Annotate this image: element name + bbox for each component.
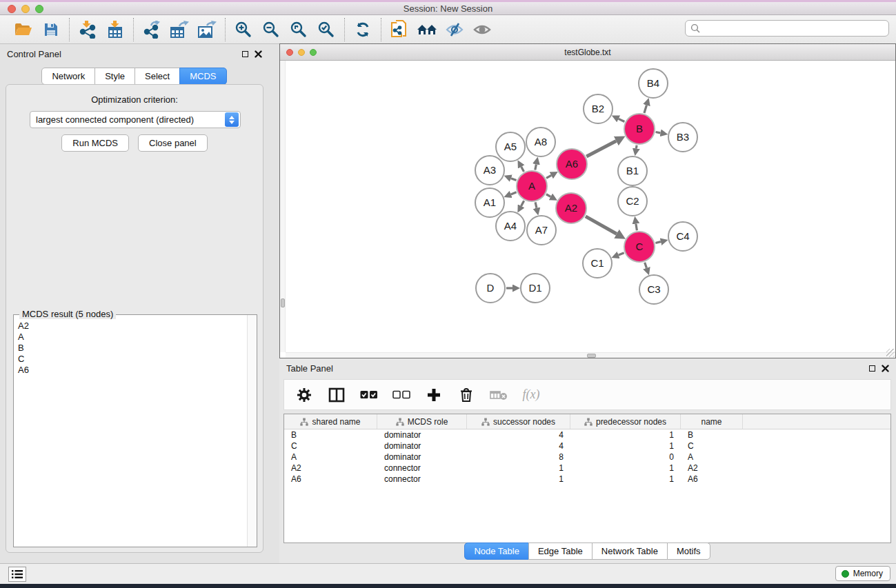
graph-node-A6[interactable]: A6 <box>557 149 587 179</box>
table-row[interactable]: Bdominator41B <box>284 429 890 440</box>
table-cell[interactable]: A2 <box>284 463 377 473</box>
zoom-window-button[interactable] <box>35 5 43 13</box>
graph-node-C2[interactable]: C2 <box>618 187 647 216</box>
show-hidden-button[interactable] <box>471 19 493 41</box>
export-network-button[interactable] <box>141 19 163 41</box>
table-cell[interactable]: connector <box>377 474 467 484</box>
table-row[interactable]: A6connector11A6 <box>284 474 890 485</box>
table-cell[interactable]: A6 <box>681 474 743 484</box>
tab-edge-table[interactable]: Edge Table <box>528 543 593 560</box>
table-cell[interactable]: 1 <box>570 441 681 451</box>
table-cell[interactable]: 0 <box>570 452 681 462</box>
table-cell[interactable]: 8 <box>467 452 570 462</box>
graph-edge-A-A7[interactable] <box>535 202 537 207</box>
table-settings-button[interactable] <box>295 386 313 404</box>
graph-node-B1[interactable]: B1 <box>618 156 647 185</box>
graph-node-A5[interactable]: A5 <box>496 132 525 161</box>
graph-node-A2[interactable]: A2 <box>556 193 586 223</box>
graph-edge-A-A4[interactable] <box>521 201 524 206</box>
graph-node-A1[interactable]: A1 <box>475 188 504 217</box>
memory-button[interactable]: Memory <box>835 566 890 581</box>
tab-select[interactable]: Select <box>135 68 180 85</box>
table-cell[interactable]: 1 <box>570 474 681 484</box>
resize-grip[interactable] <box>886 349 895 357</box>
run-mcds-button[interactable]: Run MCDS <box>61 134 129 152</box>
network-minimize-button[interactable] <box>298 49 305 56</box>
mcds-result-item[interactable]: A2 <box>18 321 243 332</box>
close-panel-button[interactable]: Close panel <box>138 134 208 152</box>
column-header-predecessor-nodes[interactable]: predecessor nodes <box>570 414 681 429</box>
graph-edge-B-B2[interactable] <box>619 119 625 121</box>
export-image-button[interactable] <box>196 19 218 41</box>
mcds-result-item[interactable]: A6 <box>18 365 243 376</box>
column-header-name[interactable]: name <box>681 414 743 429</box>
zoom-selected-button[interactable] <box>315 19 337 41</box>
graph-node-C4[interactable]: C4 <box>668 222 697 251</box>
graph-edge-C-C1[interactable] <box>619 253 624 255</box>
graph-node-B2[interactable]: B2 <box>584 94 613 123</box>
search-field[interactable] <box>685 20 889 37</box>
graph-node-A7[interactable]: A7 <box>527 216 556 245</box>
minimize-window-button[interactable] <box>21 5 30 13</box>
network-zoom-button[interactable] <box>310 49 317 56</box>
graph-edge-A-A5[interactable] <box>521 167 524 172</box>
open-session-button[interactable] <box>12 19 34 41</box>
tab-mcds[interactable]: MCDS <box>179 68 226 85</box>
graph-node-A4[interactable]: A4 <box>496 212 525 241</box>
graph-edge-A2-C[interactable] <box>586 216 617 234</box>
graph-edge-A-A6[interactable] <box>546 175 551 178</box>
save-session-button[interactable] <box>40 19 62 41</box>
mcds-result-item[interactable]: B <box>18 343 243 354</box>
graph-edge-C-C2[interactable] <box>636 224 637 231</box>
table-cell[interactable]: 4 <box>467 430 570 440</box>
function-builder-button[interactable]: f(x) <box>522 386 540 404</box>
table-cell[interactable]: dominator <box>377 452 467 462</box>
table-cell[interactable]: 1 <box>467 474 570 484</box>
graph-node-B3[interactable]: B3 <box>668 123 697 152</box>
graph-node-C[interactable]: C <box>624 232 655 262</box>
graph-node-D[interactable]: D <box>476 274 505 303</box>
table-cell[interactable]: connector <box>377 463 467 473</box>
graph-node-A8[interactable]: A8 <box>526 128 555 156</box>
tab-node-table[interactable]: Node Table <box>464 543 529 560</box>
table-cell[interactable]: C <box>284 441 377 451</box>
graph-edge-C-C3[interactable] <box>645 263 647 268</box>
graph-edge-A-A8[interactable] <box>535 164 537 170</box>
graph-node-C1[interactable]: C1 <box>583 249 612 278</box>
network-close-button[interactable] <box>286 49 293 56</box>
zoom-fit-button[interactable] <box>288 19 310 41</box>
table-cell[interactable]: dominator <box>377 441 467 451</box>
mcds-result-scrollbar[interactable] <box>247 315 257 547</box>
graph-node-C3[interactable]: C3 <box>639 275 668 304</box>
delete-column-button[interactable] <box>457 386 475 404</box>
import-network-button[interactable] <box>77 19 99 41</box>
network-horizontal-scrollbar[interactable] <box>286 352 895 358</box>
table-row[interactable]: A2connector11A2 <box>284 463 890 474</box>
table-cell[interactable]: 1 <box>467 463 570 473</box>
deselect-all-columns-button[interactable] <box>392 386 410 404</box>
mcds-result-item[interactable]: A <box>18 332 243 343</box>
graph-edge-A6-B[interactable] <box>586 141 616 156</box>
apply-layout-button[interactable] <box>352 19 374 41</box>
search-input[interactable] <box>704 23 884 33</box>
graph-edge-A-A1[interactable] <box>511 192 517 194</box>
graph-edge-B-B1[interactable] <box>636 145 637 149</box>
table-cell[interactable]: B <box>284 430 377 440</box>
table-cell[interactable]: 4 <box>467 441 570 451</box>
zoom-out-button[interactable] <box>260 19 282 41</box>
optimization-criterion-select[interactable]: largest connected component (directed) <box>30 111 241 128</box>
table-cell[interactable]: 1 <box>570 430 681 440</box>
select-all-columns-button[interactable] <box>360 386 378 404</box>
graph-edge-A-A2[interactable] <box>546 194 550 197</box>
table-cell[interactable]: A6 <box>284 474 377 484</box>
tab-style[interactable]: Style <box>94 68 135 85</box>
network-canvas[interactable]: B4B2BB3A8A5A6A3B1AA1C2A2A4A7C4CC1C3DD1 <box>280 61 895 358</box>
network-vertical-scrollbar[interactable] <box>280 61 286 352</box>
graph-node-B4[interactable]: B4 <box>639 69 668 98</box>
table-cell[interactable]: A2 <box>681 463 743 473</box>
mcds-result-list[interactable]: A2ABCA6 <box>14 316 247 547</box>
graph-edge-C-C4[interactable] <box>655 242 661 243</box>
mcds-result-item[interactable]: C <box>18 354 243 365</box>
add-column-button[interactable] <box>425 386 443 404</box>
split-table-button[interactable] <box>328 386 346 404</box>
